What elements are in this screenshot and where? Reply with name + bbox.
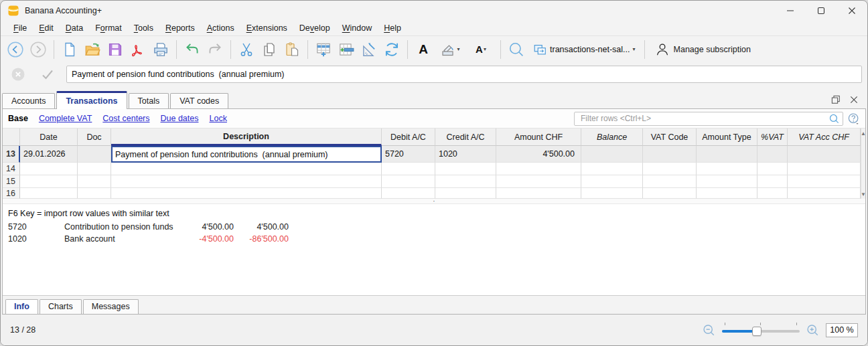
- maximize-button[interactable]: [806, 1, 837, 21]
- forward-button[interactable]: [27, 39, 49, 60]
- filter-rows-input[interactable]: [579, 113, 828, 124]
- font-button[interactable]: A: [413, 39, 434, 60]
- redo-button[interactable]: [204, 39, 226, 60]
- view-due-dates[interactable]: Due dates: [161, 114, 199, 123]
- page-setup-button[interactable]: [358, 39, 380, 60]
- col-header-description[interactable]: Description: [111, 128, 382, 146]
- open-file-button[interactable]: [82, 39, 103, 60]
- col-header-date[interactable]: Date: [20, 128, 78, 146]
- cell-debit[interactable]: [382, 163, 435, 175]
- cell-balance[interactable]: [581, 146, 643, 163]
- col-header-rownum[interactable]: [3, 128, 20, 146]
- cell-edit-input[interactable]: [66, 66, 862, 83]
- col-header-credit[interactable]: Credit A/C: [435, 128, 496, 146]
- background-color-button[interactable]: ▾: [435, 39, 465, 60]
- minimize-button[interactable]: [775, 1, 806, 21]
- cell-description[interactable]: [111, 175, 382, 188]
- close-view-icon[interactable]: [849, 94, 859, 105]
- cell-amount-type[interactable]: [697, 163, 757, 175]
- cell-description[interactable]: [111, 163, 382, 175]
- cell-description-active[interactable]: Payment of pension fund contributions (a…: [111, 146, 382, 163]
- cell-pct-vat[interactable]: [757, 188, 788, 199]
- cell-vat-code[interactable]: [643, 188, 697, 199]
- view-base[interactable]: Base: [8, 114, 28, 123]
- cancel-edit-button[interactable]: [3, 64, 33, 84]
- cell-date[interactable]: [20, 175, 78, 188]
- accept-edit-button[interactable]: [33, 64, 62, 84]
- cell-amount[interactable]: [496, 188, 581, 199]
- col-header-pct-vat[interactable]: %VAT: [757, 128, 788, 146]
- cut-button[interactable]: [236, 39, 257, 60]
- col-header-vat-acc[interactable]: VAT Acc CHF: [788, 128, 861, 146]
- save-button[interactable]: [104, 39, 126, 60]
- cell-doc[interactable]: [78, 163, 111, 175]
- menu-format[interactable]: Format: [89, 22, 128, 34]
- back-button[interactable]: [5, 39, 26, 60]
- cell-amount[interactable]: 4'500.00: [496, 146, 581, 163]
- help-button[interactable]: [847, 112, 860, 125]
- menu-window[interactable]: Window: [336, 22, 378, 34]
- menu-data[interactable]: Data: [60, 22, 89, 34]
- menu-reports[interactable]: Reports: [159, 22, 201, 34]
- tab-accounts[interactable]: Accounts: [2, 93, 55, 109]
- insert-copied-rows-button[interactable]: [336, 39, 357, 60]
- close-button[interactable]: [837, 1, 867, 21]
- float-window-icon[interactable]: [830, 94, 842, 106]
- row-number[interactable]: 16: [3, 188, 20, 199]
- slider-handle[interactable]: [752, 327, 762, 336]
- cell-date[interactable]: [20, 188, 78, 199]
- view-lock[interactable]: Lock: [209, 114, 226, 123]
- col-header-amount-type[interactable]: Amount Type: [697, 128, 757, 146]
- scroll-up-icon[interactable]: ▲: [861, 128, 865, 138]
- zoom-slider[interactable]: [722, 323, 800, 337]
- tab-totals[interactable]: Totals: [129, 93, 169, 109]
- col-header-doc[interactable]: Doc: [78, 128, 111, 146]
- col-header-amount[interactable]: Amount CHF: [496, 128, 581, 146]
- menu-tools[interactable]: Tools: [128, 22, 159, 34]
- new-file-button[interactable]: [59, 39, 80, 60]
- cell-vat-code[interactable]: [643, 146, 697, 163]
- cell-amount-type[interactable]: [697, 188, 757, 199]
- cell-amount[interactable]: [496, 175, 581, 188]
- cell-balance[interactable]: [581, 188, 643, 199]
- menu-edit[interactable]: Edit: [33, 22, 60, 34]
- filter-search-icon[interactable]: [828, 113, 840, 124]
- table-vertical-scrollbar[interactable]: ▲ ▼: [861, 128, 865, 199]
- menu-extensions[interactable]: Extensions: [240, 22, 293, 34]
- cell-vat-code[interactable]: [643, 163, 697, 175]
- menu-help[interactable]: Help: [378, 22, 407, 34]
- recalculate-button[interactable]: [381, 39, 403, 60]
- panel-splitter[interactable]: ·: [3, 199, 865, 204]
- col-header-debit[interactable]: Debit A/C: [382, 128, 435, 146]
- view-complete-vat[interactable]: Complete VAT: [39, 114, 92, 123]
- text-color-button[interactable]: A ▾: [466, 39, 496, 60]
- tab-messages[interactable]: Messages: [83, 299, 139, 314]
- scroll-down-icon[interactable]: ▼: [861, 189, 865, 199]
- cell-date[interactable]: [20, 163, 78, 175]
- cell-pct-vat[interactable]: [757, 146, 788, 163]
- cell-doc[interactable]: [78, 146, 111, 163]
- zoom-out-icon[interactable]: [702, 323, 716, 337]
- cell-debit[interactable]: [382, 188, 435, 199]
- cell-amount[interactable]: [496, 163, 581, 175]
- cell-pct-vat[interactable]: [757, 163, 788, 175]
- cell-debit[interactable]: [382, 175, 435, 188]
- cell-credit[interactable]: [435, 163, 496, 175]
- paste-button[interactable]: [281, 39, 303, 60]
- cell-pct-vat[interactable]: [757, 175, 788, 188]
- row-number[interactable]: 13: [3, 146, 20, 163]
- tab-transactions[interactable]: Transactions: [56, 91, 127, 109]
- cell-vat-acc[interactable]: [788, 188, 861, 199]
- cell-description[interactable]: [111, 188, 382, 199]
- cell-balance[interactable]: [581, 175, 643, 188]
- manage-subscription-button[interactable]: Manage subscription: [650, 40, 756, 59]
- cell-vat-code[interactable]: [643, 175, 697, 188]
- cell-doc[interactable]: [78, 188, 111, 199]
- view-cost-centers[interactable]: Cost centers: [102, 114, 149, 123]
- cell-credit[interactable]: [435, 175, 496, 188]
- cell-amount-type[interactable]: [697, 146, 757, 163]
- copy-button[interactable]: [259, 39, 280, 60]
- cell-balance[interactable]: [581, 163, 643, 175]
- cell-doc[interactable]: [78, 175, 111, 188]
- cell-vat-acc[interactable]: [788, 163, 861, 175]
